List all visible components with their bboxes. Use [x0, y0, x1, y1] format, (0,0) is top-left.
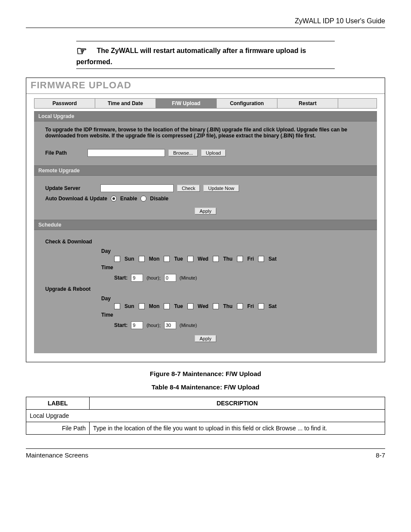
check-minute-unit: (Minute) — [180, 275, 197, 280]
upgrade-thu-checkbox[interactable] — [213, 303, 219, 309]
note-text: The ZyWALL will restart automatically af… — [76, 47, 306, 65]
table-cell-label: Local Upgrade — [26, 410, 385, 422]
firmware-upload-title: FIRMWARE UPLOAD — [26, 78, 385, 94]
browse-button[interactable]: Browse... — [168, 149, 198, 156]
check-sat-checkbox[interactable] — [258, 256, 264, 262]
auto-enable-label: Enable — [120, 196, 137, 202]
table-row: File Path Type in the location of the fi… — [26, 422, 385, 435]
check-hour-input[interactable] — [131, 274, 143, 282]
upgrade-day-label: Day — [101, 296, 366, 302]
tab-password[interactable]: Password — [34, 99, 95, 108]
table-header-label: LABEL — [26, 397, 90, 410]
update-server-input[interactable] — [100, 184, 174, 192]
spec-table: LABEL DESCRIPTION Local Upgrade File Pat… — [26, 397, 385, 435]
day-tue-2: Tue — [174, 303, 183, 309]
upgrade-fri-checkbox[interactable] — [237, 303, 243, 309]
check-day-label: Day — [101, 248, 366, 254]
tab-time-and-date[interactable]: Time and Date — [95, 99, 156, 108]
update-server-label: Update Server — [45, 185, 97, 191]
footer-left: Maintenance Screens — [26, 451, 88, 459]
check-thu-checkbox[interactable] — [213, 256, 219, 262]
upgrade-sat-checkbox[interactable] — [258, 303, 264, 309]
check-button[interactable]: Check — [177, 185, 200, 192]
pointing-hand-icon: ☞ — [76, 44, 87, 58]
day-mon: Mon — [149, 256, 160, 262]
check-sun-checkbox[interactable] — [114, 256, 120, 262]
table-row: Local Upgrade — [26, 410, 385, 422]
restart-note: ☞ The ZyWALL will restart automatically … — [76, 41, 335, 69]
check-start-label: Start: — [114, 275, 128, 281]
table-cell-label: File Path — [26, 422, 90, 435]
upgrade-start-label: Start: — [114, 322, 128, 328]
day-wed-2: Wed — [198, 303, 209, 309]
tab-fw-upload[interactable]: F/W Upload — [156, 99, 217, 108]
upgrade-wed-checkbox[interactable] — [187, 303, 193, 309]
upgrade-hour-unit: (hour); — [146, 323, 160, 328]
day-fri-2: Fri — [247, 303, 254, 309]
figure-caption: Figure 8-7 Maintenance: F/W Upload — [26, 370, 385, 377]
table-caption: Table 8-4 Maintenance: F/W Upload — [26, 383, 385, 391]
day-sun-2: Sun — [125, 303, 134, 309]
schedule-apply-button[interactable]: Apply — [195, 335, 216, 342]
tab-configuration[interactable]: Configuration — [217, 99, 277, 108]
upgrade-sun-checkbox[interactable] — [114, 303, 120, 309]
auto-download-label: Auto Download & Update — [45, 196, 107, 202]
auto-disable-radio[interactable] — [140, 196, 146, 202]
check-wed-checkbox[interactable] — [187, 256, 193, 262]
upgrade-mon-checkbox[interactable] — [139, 303, 145, 309]
day-thu: Thu — [223, 256, 233, 262]
remote-upgrade-header: Remote Upgrade — [34, 165, 377, 176]
check-tue-checkbox[interactable] — [164, 256, 170, 262]
upgrade-hour-input[interactable] — [131, 321, 143, 329]
check-time-label: Time — [101, 264, 366, 271]
table-cell-desc: Type in the location of the file you wan… — [90, 422, 385, 435]
day-wed: Wed — [198, 256, 209, 262]
upgrade-time-label: Time — [101, 312, 366, 318]
remote-apply-button[interactable]: Apply — [195, 208, 216, 215]
day-sat: Sat — [268, 256, 277, 262]
auto-enable-radio[interactable] — [111, 196, 117, 202]
day-thu-2: Thu — [223, 303, 233, 309]
day-sat-2: Sat — [268, 303, 277, 309]
local-upgrade-help: To upgrade the IDP firmware, browse to t… — [45, 127, 366, 139]
upgrade-minute-input[interactable] — [164, 321, 176, 329]
local-upgrade-header: Local Upgrade — [34, 111, 377, 121]
table-header-description: DESCRIPTION — [90, 397, 385, 410]
tab-restart[interactable]: Restart — [277, 99, 338, 108]
firmware-upload-screenshot: FIRMWARE UPLOAD Password Time and Date F… — [26, 78, 385, 362]
upload-button[interactable]: Upload — [201, 149, 226, 156]
day-tue: Tue — [174, 256, 183, 262]
auto-disable-label: Disable — [150, 196, 168, 202]
check-download-label: Check & Download — [45, 239, 97, 245]
check-mon-checkbox[interactable] — [139, 256, 145, 262]
upgrade-minute-unit: (Minute) — [180, 323, 197, 328]
schedule-header: Schedule — [34, 220, 377, 230]
tab-bar: Password Time and Date F/W Upload Config… — [34, 98, 377, 109]
day-sun: Sun — [125, 256, 134, 262]
check-minute-input[interactable] — [164, 274, 176, 282]
day-mon-2: Mon — [149, 303, 160, 309]
check-hour-unit: (hour); — [146, 275, 160, 280]
upgrade-reboot-label: Upgrade & Reboot — [45, 286, 97, 292]
upgrade-tue-checkbox[interactable] — [164, 303, 170, 309]
file-path-input[interactable] — [87, 149, 165, 157]
day-fri: Fri — [247, 256, 254, 262]
footer-right: 8-7 — [376, 451, 385, 459]
page-footer: Maintenance Screens 8-7 — [26, 448, 385, 459]
update-now-button[interactable]: Update Now — [203, 185, 239, 192]
file-path-label: File Path — [45, 150, 84, 156]
doc-header: ZyWALL IDP 10 User's Guide — [26, 17, 385, 28]
check-fri-checkbox[interactable] — [237, 256, 243, 262]
